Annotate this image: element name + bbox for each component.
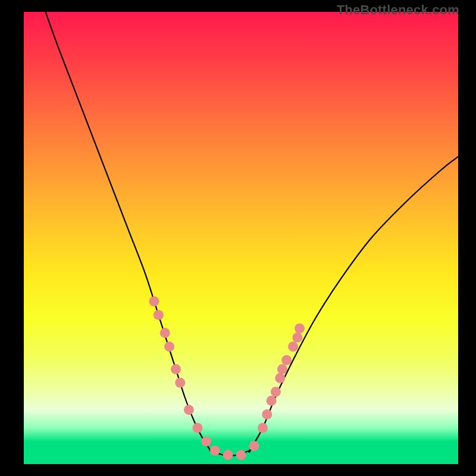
data-marker [292,333,302,343]
data-marker [271,387,281,397]
data-marker [267,396,277,406]
data-marker [281,355,292,365]
data-marker [201,437,211,447]
data-marker [154,310,164,320]
data-marker [171,364,181,374]
data-marker [160,328,170,338]
data-marker [275,373,285,383]
markers-right [249,324,305,452]
curve-group [46,12,459,456]
attribution-label: TheBottleneck.com [337,2,459,18]
chart-frame: TheBottleneck.com [0,0,476,476]
plot-area [24,12,458,464]
data-marker [258,423,268,433]
data-marker [149,296,159,306]
data-marker [262,409,272,419]
data-marker [175,378,185,388]
data-marker [295,324,305,334]
markers-left [149,296,246,460]
data-marker [236,450,246,460]
data-marker [223,450,233,460]
chart-svg [24,12,458,464]
data-marker [164,342,174,352]
data-marker [210,446,220,456]
data-marker [277,364,287,374]
data-marker [288,342,298,352]
data-marker [184,405,194,415]
data-marker [249,441,259,451]
data-marker [193,423,203,433]
bottleneck-curve [46,12,459,456]
